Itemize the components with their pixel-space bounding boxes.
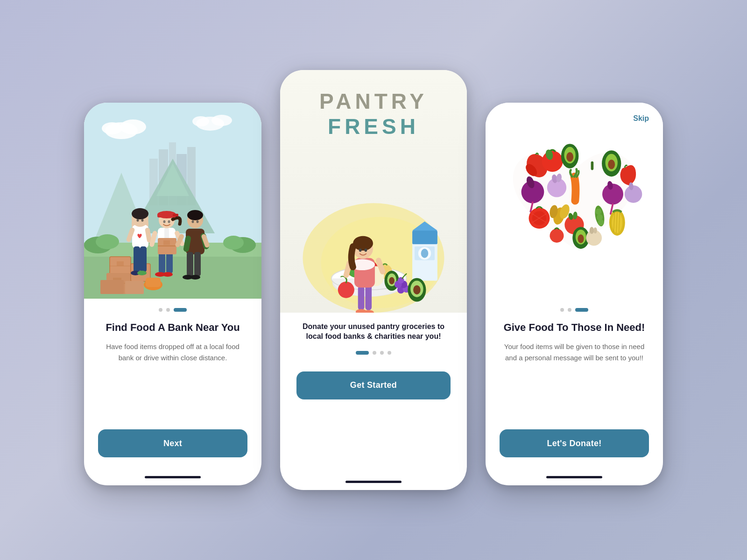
svg-point-88 xyxy=(389,277,395,285)
phone1-illustration xyxy=(84,103,261,299)
svg-point-5 xyxy=(211,115,232,126)
svg-point-129 xyxy=(608,160,615,169)
svg-rect-51 xyxy=(173,214,178,217)
phone2-content: Donate your unused pantry groceries to l… xyxy=(280,313,467,476)
svg-rect-30 xyxy=(100,280,124,294)
svg-point-151 xyxy=(597,214,603,220)
dot3-1 xyxy=(560,308,564,312)
phone-screen-2: PANTRY FRESH xyxy=(280,70,467,490)
svg-point-53 xyxy=(168,220,170,223)
dot2-2 xyxy=(373,351,376,355)
svg-point-60 xyxy=(162,272,173,277)
phone-screen-3: Skip xyxy=(486,103,663,485)
phone-screen-1: Find Food A Bank Near You Have food item… xyxy=(84,103,261,485)
svg-point-114 xyxy=(359,249,362,252)
svg-point-38 xyxy=(137,219,139,222)
svg-point-103 xyxy=(413,285,421,294)
phone2-dots xyxy=(356,351,391,355)
svg-point-43 xyxy=(137,271,147,275)
dot2-1-active xyxy=(356,351,369,355)
dot-1 xyxy=(159,308,162,312)
svg-point-164 xyxy=(593,227,597,233)
svg-point-113 xyxy=(353,236,373,251)
svg-rect-31 xyxy=(125,281,144,294)
phone3-dots xyxy=(560,308,588,312)
svg-point-150 xyxy=(595,209,601,215)
phone1-content: Find Food A Bank Near You Have food item… xyxy=(84,299,261,471)
svg-point-37 xyxy=(132,208,148,219)
app-title: PANTRY FRESH xyxy=(319,89,428,139)
svg-point-52 xyxy=(163,220,166,223)
phone2-illustration: PANTRY FRESH xyxy=(280,70,467,313)
svg-rect-90 xyxy=(412,231,437,244)
svg-rect-65 xyxy=(194,252,201,276)
phone3-illustration: Skip xyxy=(486,103,663,299)
svg-rect-105 xyxy=(365,284,372,310)
svg-rect-104 xyxy=(358,285,365,310)
svg-point-161 xyxy=(550,229,564,243)
svg-point-95 xyxy=(338,282,354,298)
phone3-title: Give Food To Those In Need! xyxy=(504,321,645,335)
svg-point-68 xyxy=(192,220,194,223)
svg-point-122 xyxy=(566,152,573,162)
svg-rect-75 xyxy=(146,278,161,287)
phone3-content: Give Food To Those In Need! Your food it… xyxy=(486,299,663,471)
phone2-home-bar xyxy=(345,481,402,483)
svg-point-69 xyxy=(197,220,199,223)
dot2-3 xyxy=(380,351,384,355)
svg-rect-35 xyxy=(140,246,147,272)
svg-point-18 xyxy=(96,234,119,249)
svg-point-163 xyxy=(590,227,594,234)
skip-button[interactable]: Skip xyxy=(633,114,649,123)
phone2-get-started-button[interactable]: Get Started xyxy=(296,371,451,399)
svg-point-39 xyxy=(141,219,144,222)
phone3-home-bar xyxy=(546,476,602,478)
svg-point-73 xyxy=(190,275,200,280)
app-title-line2: FRESH xyxy=(319,114,428,139)
svg-rect-126 xyxy=(591,161,594,170)
phone1-next-button[interactable]: Next xyxy=(98,429,247,457)
phone3-description: Your food items will be given to those i… xyxy=(500,341,649,418)
svg-point-160 xyxy=(578,234,584,243)
svg-rect-24 xyxy=(117,261,124,266)
dot2-4 xyxy=(388,351,391,355)
phone1-title: Find Food A Bank Near You xyxy=(106,321,240,335)
phone1-home-bar xyxy=(145,476,201,478)
svg-point-67 xyxy=(187,210,203,220)
phone1-description: Have food items dropped off at a local f… xyxy=(98,341,247,418)
svg-point-137 xyxy=(625,185,642,203)
svg-point-20 xyxy=(223,236,244,250)
svg-point-6 xyxy=(192,116,209,126)
app-title-line1: PANTRY xyxy=(319,89,428,114)
phone1-dots xyxy=(159,308,187,312)
svg-rect-64 xyxy=(187,252,193,276)
dot-3-active xyxy=(174,308,187,312)
svg-point-115 xyxy=(364,249,367,252)
svg-point-94 xyxy=(421,249,429,258)
svg-rect-34 xyxy=(134,246,140,272)
svg-point-152 xyxy=(598,219,604,225)
svg-rect-58 xyxy=(163,240,170,245)
svg-point-3 xyxy=(102,122,122,134)
dot3-2 xyxy=(568,308,571,312)
phone3-donate-button[interactable]: Let's Donate! xyxy=(500,429,649,457)
phone2-subtitle: Donate your unused pantry groceries to l… xyxy=(296,322,451,342)
svg-point-2 xyxy=(120,119,146,134)
dot-2 xyxy=(166,308,170,312)
dot3-3-active xyxy=(575,308,588,312)
